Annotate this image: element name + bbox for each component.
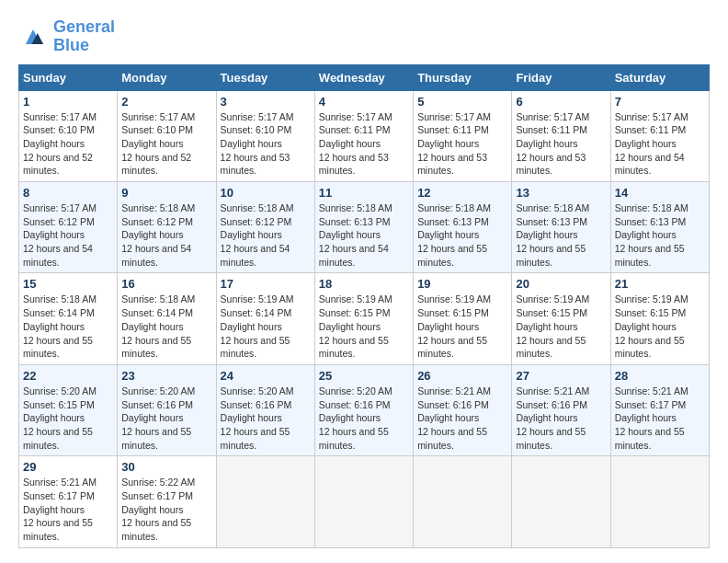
calendar-week-row: 1 Sunrise: 5:17 AM Sunset: 6:10 PM Dayli… (19, 90, 710, 181)
day-info: Sunrise: 5:21 AM Sunset: 6:16 PM Dayligh… (417, 385, 507, 452)
day-info: Sunrise: 5:17 AM Sunset: 6:10 PM Dayligh… (221, 110, 311, 178)
day-info: Sunrise: 5:19 AM Sunset: 6:15 PM Dayligh… (319, 293, 409, 360)
day-number: 15 (23, 277, 113, 291)
day-number: 2 (121, 95, 211, 109)
calendar-day-cell: 14 Sunrise: 5:18 AM Sunset: 6:13 PM Dayl… (610, 182, 709, 273)
calendar-day-cell (512, 456, 610, 547)
day-info: Sunrise: 5:18 AM Sunset: 6:13 PM Dayligh… (417, 201, 507, 269)
day-number: 26 (417, 369, 507, 383)
calendar-day-cell (414, 456, 512, 547)
calendar-day-cell: 26 Sunrise: 5:21 AM Sunset: 6:16 PM Dayl… (414, 364, 512, 455)
calendar-day-cell: 15 Sunrise: 5:18 AM Sunset: 6:14 PM Dayl… (19, 273, 118, 364)
day-number: 17 (221, 277, 311, 291)
day-info: Sunrise: 5:20 AM Sunset: 6:15 PM Dayligh… (23, 385, 113, 452)
calendar-day-cell: 7 Sunrise: 5:17 AM Sunset: 6:11 PM Dayli… (610, 90, 709, 181)
logo: General Blue (18, 18, 115, 55)
calendar-day-cell: 16 Sunrise: 5:18 AM Sunset: 6:14 PM Dayl… (118, 273, 216, 364)
calendar-day-cell: 12 Sunrise: 5:18 AM Sunset: 6:13 PM Dayl… (414, 182, 512, 273)
day-number: 25 (319, 369, 409, 383)
calendar-day-cell: 28 Sunrise: 5:21 AM Sunset: 6:17 PM Dayl… (610, 364, 709, 455)
day-info: Sunrise: 5:21 AM Sunset: 6:17 PM Dayligh… (23, 476, 113, 543)
day-info: Sunrise: 5:18 AM Sunset: 6:12 PM Dayligh… (121, 201, 211, 269)
calendar-week-row: 29 Sunrise: 5:21 AM Sunset: 6:17 PM Dayl… (19, 456, 710, 547)
day-info: Sunrise: 5:21 AM Sunset: 6:17 PM Dayligh… (615, 385, 705, 452)
calendar-table: Sunday Monday Tuesday Wednesday Thursday… (18, 64, 710, 548)
day-info: Sunrise: 5:18 AM Sunset: 6:13 PM Dayligh… (615, 201, 705, 269)
day-number: 27 (516, 369, 606, 383)
header-sunday: Sunday (19, 64, 118, 90)
day-info: Sunrise: 5:17 AM Sunset: 6:10 PM Dayligh… (23, 110, 113, 178)
day-info: Sunrise: 5:19 AM Sunset: 6:14 PM Dayligh… (221, 293, 311, 360)
calendar-day-cell: 6 Sunrise: 5:17 AM Sunset: 6:11 PM Dayli… (512, 90, 610, 181)
calendar-day-cell: 8 Sunrise: 5:17 AM Sunset: 6:12 PM Dayli… (19, 182, 118, 273)
day-number: 1 (23, 95, 113, 109)
day-number: 4 (319, 95, 409, 109)
calendar-day-cell: 23 Sunrise: 5:20 AM Sunset: 6:16 PM Dayl… (118, 364, 216, 455)
calendar-day-cell: 29 Sunrise: 5:21 AM Sunset: 6:17 PM Dayl… (19, 456, 118, 547)
calendar-day-cell: 11 Sunrise: 5:18 AM Sunset: 6:13 PM Dayl… (314, 182, 413, 273)
calendar-day-cell: 21 Sunrise: 5:19 AM Sunset: 6:15 PM Dayl… (610, 273, 709, 364)
header-saturday: Saturday (610, 64, 709, 90)
day-number: 7 (615, 95, 705, 109)
day-info: Sunrise: 5:18 AM Sunset: 6:13 PM Dayligh… (516, 201, 606, 269)
calendar-day-cell: 18 Sunrise: 5:19 AM Sunset: 6:15 PM Dayl… (314, 273, 413, 364)
day-info: Sunrise: 5:17 AM Sunset: 6:11 PM Dayligh… (615, 110, 705, 178)
calendar-day-cell: 1 Sunrise: 5:17 AM Sunset: 6:10 PM Dayli… (19, 90, 118, 181)
header-wednesday: Wednesday (314, 64, 413, 90)
calendar-day-cell: 10 Sunrise: 5:18 AM Sunset: 6:12 PM Dayl… (216, 182, 314, 273)
header-tuesday: Tuesday (216, 64, 314, 90)
calendar-day-cell: 3 Sunrise: 5:17 AM Sunset: 6:10 PM Dayli… (216, 90, 314, 181)
calendar-header-row: Sunday Monday Tuesday Wednesday Thursday… (19, 64, 710, 90)
calendar-day-cell: 9 Sunrise: 5:18 AM Sunset: 6:12 PM Dayli… (118, 182, 216, 273)
day-info: Sunrise: 5:18 AM Sunset: 6:14 PM Dayligh… (121, 293, 211, 360)
header-thursday: Thursday (414, 64, 512, 90)
day-number: 10 (221, 186, 311, 200)
day-number: 30 (121, 460, 211, 474)
day-number: 28 (615, 369, 705, 383)
day-number: 13 (516, 186, 606, 200)
day-info: Sunrise: 5:21 AM Sunset: 6:16 PM Dayligh… (516, 385, 606, 452)
calendar-day-cell: 25 Sunrise: 5:20 AM Sunset: 6:16 PM Dayl… (314, 364, 413, 455)
calendar-day-cell: 19 Sunrise: 5:19 AM Sunset: 6:15 PM Dayl… (414, 273, 512, 364)
calendar-day-cell: 4 Sunrise: 5:17 AM Sunset: 6:11 PM Dayli… (314, 90, 413, 181)
calendar-day-cell (216, 456, 314, 547)
day-info: Sunrise: 5:19 AM Sunset: 6:15 PM Dayligh… (615, 293, 705, 360)
calendar-week-row: 8 Sunrise: 5:17 AM Sunset: 6:12 PM Dayli… (19, 182, 710, 273)
day-info: Sunrise: 5:17 AM Sunset: 6:11 PM Dayligh… (319, 110, 409, 178)
day-info: Sunrise: 5:17 AM Sunset: 6:11 PM Dayligh… (417, 110, 507, 178)
day-number: 24 (221, 369, 311, 383)
day-number: 16 (121, 277, 211, 291)
day-info: Sunrise: 5:17 AM Sunset: 6:12 PM Dayligh… (23, 201, 113, 269)
calendar-day-cell: 5 Sunrise: 5:17 AM Sunset: 6:11 PM Dayli… (414, 90, 512, 181)
day-number: 23 (121, 369, 211, 383)
calendar-day-cell: 2 Sunrise: 5:17 AM Sunset: 6:10 PM Dayli… (118, 90, 216, 181)
day-number: 8 (23, 186, 113, 200)
calendar-day-cell: 27 Sunrise: 5:21 AM Sunset: 6:16 PM Dayl… (512, 364, 610, 455)
calendar-week-row: 15 Sunrise: 5:18 AM Sunset: 6:14 PM Dayl… (19, 273, 710, 364)
calendar-day-cell: 22 Sunrise: 5:20 AM Sunset: 6:15 PM Dayl… (19, 364, 118, 455)
day-info: Sunrise: 5:20 AM Sunset: 6:16 PM Dayligh… (221, 385, 311, 452)
day-info: Sunrise: 5:19 AM Sunset: 6:15 PM Dayligh… (516, 293, 606, 360)
day-number: 21 (615, 277, 705, 291)
day-info: Sunrise: 5:18 AM Sunset: 6:12 PM Dayligh… (221, 201, 311, 269)
day-number: 29 (23, 460, 113, 474)
calendar-day-cell: 17 Sunrise: 5:19 AM Sunset: 6:14 PM Dayl… (216, 273, 314, 364)
calendar-day-cell: 24 Sunrise: 5:20 AM Sunset: 6:16 PM Dayl… (216, 364, 314, 455)
day-info: Sunrise: 5:18 AM Sunset: 6:14 PM Dayligh… (23, 293, 113, 360)
day-info: Sunrise: 5:20 AM Sunset: 6:16 PM Dayligh… (319, 385, 409, 452)
day-info: Sunrise: 5:17 AM Sunset: 6:10 PM Dayligh… (121, 110, 211, 178)
day-info: Sunrise: 5:19 AM Sunset: 6:15 PM Dayligh… (417, 293, 507, 360)
calendar-day-cell (314, 456, 413, 547)
day-number: 18 (319, 277, 409, 291)
day-info: Sunrise: 5:20 AM Sunset: 6:16 PM Dayligh… (121, 385, 211, 452)
day-info: Sunrise: 5:18 AM Sunset: 6:13 PM Dayligh… (319, 201, 409, 269)
day-number: 19 (417, 277, 507, 291)
header: General Blue (18, 18, 710, 55)
day-number: 14 (615, 186, 705, 200)
day-number: 22 (23, 369, 113, 383)
logo-text: General Blue (53, 18, 115, 55)
day-number: 5 (417, 95, 507, 109)
calendar-day-cell: 20 Sunrise: 5:19 AM Sunset: 6:15 PM Dayl… (512, 273, 610, 364)
day-number: 3 (221, 95, 311, 109)
calendar-day-cell (610, 456, 709, 547)
